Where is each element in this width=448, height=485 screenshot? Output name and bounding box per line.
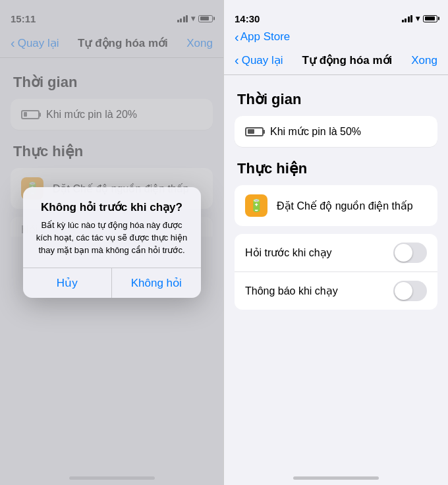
right-status-bar: 14:30 ▾	[224, 0, 448, 29]
dialog: Không hỏi trước khi chạy? Bất kỳ lúc nào…	[23, 187, 201, 298]
right-content: Thời gian Khi mức pin là 50% Thực hiện 🔋…	[224, 75, 448, 310]
right-toggle2-item[interactable]: Thông báo khi chạy	[235, 272, 437, 310]
dialog-confirm-button[interactable]: Không hỏi	[112, 268, 201, 298]
right-chevron-icon: ‹	[235, 53, 239, 67]
dialog-content: Không hỏi trước khi chạy? Bất kỳ lúc nào…	[23, 187, 201, 268]
right-status-icons: ▾	[402, 14, 438, 23]
right-nav-back-button[interactable]: ‹ Quay lại	[235, 53, 283, 67]
right-battery-icon	[423, 15, 437, 22]
right-time-card[interactable]: Khi mức pin là 50%	[235, 116, 437, 147]
right-appstore-back-button[interactable]: ‹ App Store	[235, 30, 290, 43]
right-home-indicator	[293, 476, 379, 480]
right-action-item[interactable]: 🔋 Đặt Chế độ nguồn điện thấp	[235, 185, 437, 226]
right-battery-card-icon	[245, 127, 264, 136]
right-time: 14:30	[235, 13, 260, 24]
right-nav-title: Tự động hóa mới	[302, 53, 393, 67]
right-action-icon: 🔋	[245, 194, 267, 217]
right-action-section-title: Thực hiện	[235, 160, 437, 177]
right-toggle1-item[interactable]: Hỏi trước khi chạy	[235, 234, 437, 272]
dialog-message: Bất kỳ lúc nào tự động hóa này được kích…	[34, 219, 190, 257]
right-toggle2-label: Thông báo khi chạy	[245, 285, 338, 297]
right-nav-bar: ‹ Quay lại Tự động hóa mới Xong	[224, 46, 448, 75]
right-action-label: Đặt Chế độ nguồn điện thấp	[277, 200, 413, 212]
right-toggle1-label: Hỏi trước khi chạy	[245, 246, 332, 259]
right-toggle2-switch[interactable]	[393, 281, 427, 301]
right-appstore-chevron-icon: ‹	[235, 30, 239, 43]
dialog-overlay: Không hỏi trước khi chạy? Bất kỳ lúc nào…	[0, 0, 223, 485]
dialog-cancel-button[interactable]: Hủy	[23, 268, 113, 298]
dialog-title: Không hỏi trước khi chạy?	[34, 200, 190, 214]
right-toggle1-switch[interactable]	[393, 242, 427, 263]
right-nav-done-button[interactable]: Xong	[411, 54, 437, 67]
right-toggle-row: Hỏi trước khi chạy Thông báo khi chạy	[235, 234, 437, 310]
right-time-section-title: Thời gian	[235, 91, 437, 108]
right-signal-icon	[402, 15, 413, 22]
right-screen: 14:30 ▾ ‹ App Store ‹ Quay lại Tự động h…	[224, 0, 448, 485]
right-appstore-bar: ‹ App Store	[224, 29, 448, 46]
dialog-actions: Hủy Không hỏi	[23, 268, 201, 298]
left-screen: 15:11 ▾ ‹ Quay lại Tự động hóa mới Xong …	[0, 0, 224, 485]
right-wifi-icon: ▾	[416, 14, 420, 23]
right-battery-text: Khi mức pin là 50%	[270, 125, 361, 138]
right-action-card: 🔋 Đặt Chế độ nguồn điện thấp	[235, 185, 437, 226]
